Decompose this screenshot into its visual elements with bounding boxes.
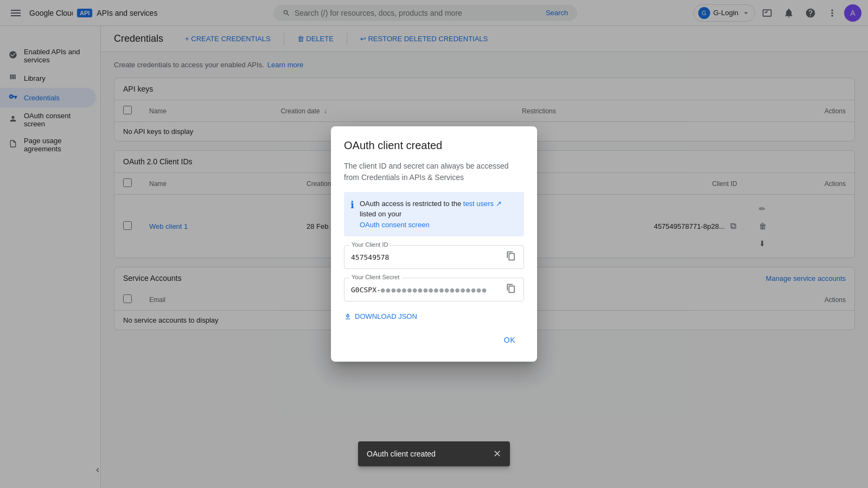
dialog-title: OAuth client created (344, 139, 524, 152)
client-secret-field: Your Client Secret G0CSPX-●●●●●●●●●●●●●●… (344, 278, 524, 301)
snackbar: OAuth client created ✕ (358, 441, 510, 466)
dialog-client-secret-copy-btn[interactable] (505, 282, 517, 297)
dialog-client-id-copy-btn[interactable] (505, 250, 517, 264)
snackbar-text: OAuth client created (367, 450, 436, 458)
client-secret-box: G0CSPX-●●●●●●●●●●●●●●●●●●●● (344, 278, 524, 301)
secret-masked: ●●●●●●●●●●●●●●●●●●●● (381, 286, 488, 294)
dialog-description: The client ID and secret can always be a… (344, 160, 524, 183)
dialog-info-box: ℹ OAuth access is restricted to the test… (344, 192, 524, 237)
info-icon: ℹ (350, 199, 354, 211)
client-id-box: 457549578⁠ (344, 245, 524, 269)
snackbar-close-button[interactable]: ✕ (493, 448, 501, 460)
ok-button[interactable]: OK (495, 331, 524, 349)
dialog-overlay: OAuth client created The client ID and s… (0, 0, 868, 488)
client-secret-label: Your Client Secret (349, 274, 401, 280)
client-secret-value: G0CSPX-●●●●●●●●●●●●●●●●●●●● (351, 286, 501, 294)
download-json-label: DOWNLOAD JSON (355, 312, 417, 320)
download-icon (344, 313, 352, 320)
client-id-value: 457549578⁠ (351, 253, 501, 261)
test-users-link[interactable]: test users ↗ (463, 200, 502, 208)
dialog-actions: OK (344, 331, 524, 349)
oauth-created-dialog: OAuth client created The client ID and s… (331, 126, 537, 362)
client-id-field: Your Client ID 457549578⁠ (344, 245, 524, 269)
client-id-label: Your Client ID (349, 241, 390, 248)
oauth-consent-screen-link[interactable]: OAuth consent screen (360, 221, 430, 229)
info-box-text: OAuth access is restricted to the test u… (360, 198, 518, 230)
download-json-button[interactable]: DOWNLOAD JSON (344, 310, 417, 323)
